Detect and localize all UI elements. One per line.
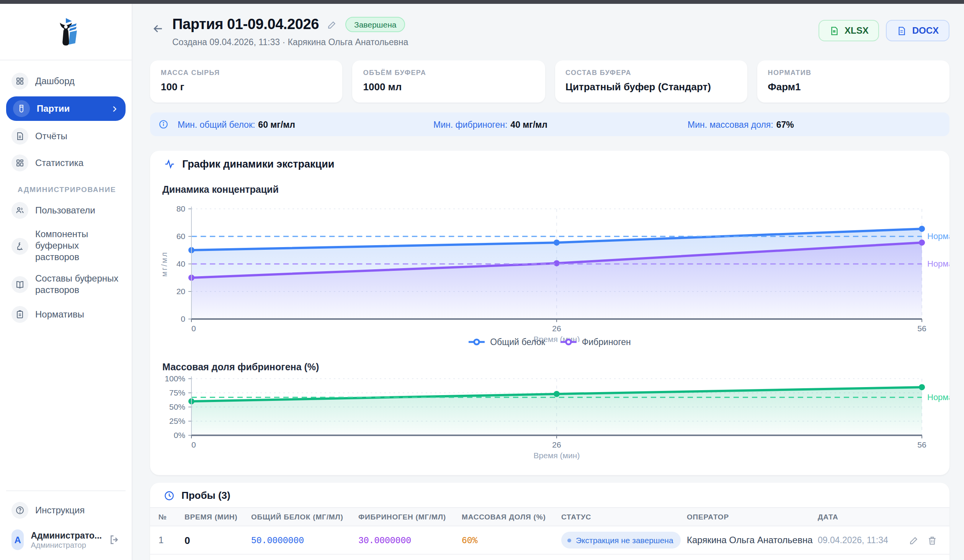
sidebar-item-dashboard[interactable]: Дашборд — [6, 70, 126, 93]
sidebar-item-reports[interactable]: Отчёты — [6, 125, 126, 148]
info-icon — [158, 119, 168, 129]
cell-num: 1 — [158, 535, 185, 545]
sidebar-item-label: Составы буферных растворов — [35, 273, 120, 296]
col-time: ВРЕМЯ (МИН) — [185, 508, 251, 526]
chart1-legend: Общий белок Фибриноген — [150, 337, 949, 347]
svg-text:75%: 75% — [169, 388, 185, 397]
clock-icon — [164, 490, 175, 501]
col-date: ДАТА — [818, 508, 907, 526]
svg-text:0: 0 — [191, 324, 196, 333]
samples-title: Пробы (3) — [181, 490, 230, 501]
col-operator: ОПЕРАТОР — [687, 508, 818, 526]
svg-text:25%: 25% — [169, 417, 185, 425]
sidebar-item-label: Компоненты буферных растворов — [35, 229, 120, 263]
card-label: СОСТАВ БУФЕРА — [565, 69, 737, 77]
svg-text:26: 26 — [552, 440, 561, 449]
user-name: Администрато... — [31, 531, 102, 540]
col-mass-fraction: МАССОВАЯ ДОЛЯ (%) — [462, 508, 561, 526]
norm-mass-fraction: Мин. массовая доля:67% — [688, 112, 794, 136]
card-label: МАССА СЫРЬЯ — [161, 69, 332, 77]
user-profile[interactable]: А Администрато... Администратор — [6, 526, 126, 554]
samples-card: Пробы (3) № ВРЕМЯ (МИН) ОБЩИЙ БЕЛОК (МГ/… — [150, 483, 949, 560]
card-buffer-composition: СОСТАВ БУФЕРА Цитратный буфер (Стандарт) — [555, 60, 747, 103]
cell-fibrinogen: 30.0000000 — [358, 535, 462, 545]
norms-info-bar: Мин. общий белок:60 мг/мл Мин. фибриноге… — [150, 112, 949, 136]
dashboard-icon — [11, 73, 28, 90]
delete-row-icon[interactable] — [927, 535, 937, 545]
legend-item-fibrinogen[interactable]: Фибриноген — [560, 337, 631, 347]
logo-icon — [50, 15, 82, 49]
avatar: А — [11, 529, 24, 550]
svg-text:50%: 50% — [169, 402, 185, 411]
sidebar-item-label: Статистика — [35, 157, 83, 169]
svg-text:Норматив: Норматив — [927, 259, 949, 269]
app-logo[interactable] — [0, 4, 132, 60]
sidebar-item-label: Отчёты — [35, 130, 67, 142]
edit-row-icon[interactable] — [909, 535, 919, 545]
table-row[interactable]: 1 0 50.0000000 30.0000000 60% Экстракция… — [150, 526, 949, 555]
card-label: НОРМАТИВ — [768, 69, 939, 77]
cell-operator: Карякина Ольга Анатольевна — [687, 535, 818, 545]
sidebar: Дашборд Партии Отчёты — [0, 4, 132, 560]
docx-file-icon — [897, 26, 907, 36]
clipboard-icon — [11, 306, 28, 323]
svg-text:Время (мин): Время (мин) — [534, 451, 580, 460]
card-value: Фарм1 — [768, 81, 939, 93]
sidebar-item-norms[interactable]: Нормативы — [6, 303, 126, 326]
svg-text:80: 80 — [176, 206, 185, 213]
beaker-icon — [13, 100, 30, 117]
export-docx-button[interactable]: DOCX — [886, 20, 949, 41]
help-icon — [11, 502, 28, 519]
svg-text:56: 56 — [917, 324, 926, 333]
samples-header: Пробы (3) — [150, 483, 949, 507]
norm-total-protein: Мин. общий белок:60 мг/мл — [178, 112, 295, 136]
status-dot-icon — [567, 538, 571, 542]
svg-text:60: 60 — [176, 232, 185, 241]
col-fibrinogen: ФИБРИНОГЕН (МГ/МЛ) — [358, 508, 462, 526]
sidebar-item-buffer-components[interactable]: Компоненты буферных растворов — [6, 226, 126, 266]
legend-item-protein[interactable]: Общий белок — [469, 337, 545, 347]
mass-fraction-line-chart[interactable]: Норматив0%25%50%75%100%02656Время (мин) — [150, 374, 949, 460]
status-pill: Экстракция не завершена — [561, 532, 681, 549]
sidebar-item-batches[interactable]: Партии — [6, 96, 126, 121]
svg-text:20: 20 — [176, 287, 185, 296]
page-title: Партия 01-09.04.2026 — [172, 16, 319, 33]
svg-text:56: 56 — [917, 440, 926, 449]
col-status: СТАТУС — [561, 508, 687, 526]
col-num: № — [158, 508, 185, 526]
sidebar-item-label: Инструкция — [35, 505, 85, 516]
activity-icon — [164, 158, 175, 170]
sidebar-item-label: Нормативы — [35, 309, 84, 320]
edit-title-icon[interactable] — [327, 20, 337, 29]
sidebar-item-buffer-compositions[interactable]: Составы буферных растворов — [6, 270, 126, 299]
card-value: 100 г — [161, 81, 332, 93]
chevron-right-icon — [110, 104, 119, 113]
statistics-icon — [11, 155, 28, 171]
book-icon — [11, 276, 28, 293]
cell-status: Экстракция не завершена — [561, 532, 687, 549]
svg-text:мг/мл: мг/мл — [160, 251, 168, 277]
xlsx-file-icon — [829, 26, 839, 36]
card-buffer-volume: ОБЪЁМ БУФЕРА 1000 мл — [353, 60, 545, 103]
top-strip — [0, 0, 964, 4]
sidebar-item-label: Пользователи — [35, 205, 95, 216]
svg-text:26: 26 — [552, 324, 561, 333]
sidebar-item-users[interactable]: Пользователи — [6, 199, 126, 222]
user-role: Администратор — [31, 540, 102, 549]
sidebar-item-statistics[interactable]: Статистика — [6, 151, 126, 174]
back-button[interactable] — [152, 22, 165, 35]
card-raw-mass: МАССА СЫРЬЯ 100 г — [150, 60, 343, 103]
app-root: Дашборд Партии Отчёты — [0, 0, 964, 560]
report-document-icon — [11, 128, 28, 145]
concentration-line-chart[interactable]: НормативНорматив02040608002656Время (мин… — [150, 206, 949, 342]
svg-text:0%: 0% — [174, 431, 185, 440]
admin-section-label: АДМИНИСТРИРОВАНИЕ — [18, 185, 126, 194]
cell-mass-fraction: 60% — [462, 535, 561, 545]
users-icon — [11, 202, 28, 219]
status-badge: Завершена — [346, 17, 405, 32]
logout-icon[interactable] — [109, 534, 120, 545]
export-xlsx-button[interactable]: XLSX — [819, 20, 879, 41]
sidebar-item-instruction[interactable]: Инструкция — [6, 499, 126, 522]
chart-section-title: График динамики экстракции — [182, 158, 334, 170]
chart2-title: Массовая доля фибриногена (%) — [162, 362, 319, 373]
